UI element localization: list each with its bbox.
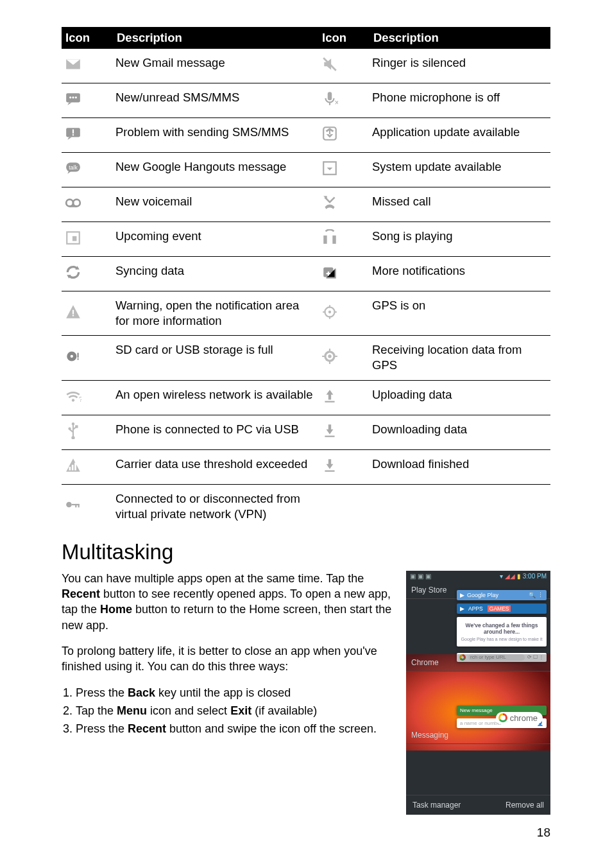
dlfin-icon [321,456,339,474]
page-number: 18 [537,826,550,840]
desc-left: Phone is connected to PC via USB [113,415,318,449]
missed-icon [321,194,339,212]
task-manager-button: Task manager [412,801,461,810]
talk-icon [64,159,82,177]
header-desc-2: Description [370,27,550,49]
desc-left: New Gmail message [113,49,318,83]
sdfull-icon [64,347,82,365]
gpsrx-icon [321,347,339,365]
desc-left: New/unread SMS/MMS [113,83,318,118]
desc-right: GPS is on [370,291,550,336]
desc-right: Downloading data [370,415,550,449]
multitasking-para-2: To prolong battery life, it is better to… [62,643,393,675]
header-icon-1: Icon [62,27,113,49]
remove-all-button: Remove all [506,801,544,810]
icon-description-table: Icon Description Icon Description New Gm… [62,27,550,528]
playstore-card-header: ▶Google Play🔍 ⋮ [457,590,547,600]
desc-right: Ringer is silenced [370,49,550,83]
desc-right: Missed call [370,187,550,222]
desc-right: Song is playing [370,222,550,257]
desc-left: New Google Hangouts message [113,153,318,187]
datathr-icon [64,456,82,474]
desc-left: Syncing data [113,257,318,291]
sysupd-icon [321,159,339,177]
desc-right: Application update available [370,118,550,153]
gpson-icon [321,303,339,321]
desc-left: An open wireless network is available [113,380,318,415]
multitasking-heading: Multitasking [62,540,550,564]
sync-icon [64,263,82,281]
micoff-icon [321,90,339,108]
smsprob-icon [64,125,82,143]
desc-right: Uploading data [370,380,550,415]
desc-right [370,484,550,528]
gmail-icon [64,55,82,73]
multitasking-para-1: You can have multiple apps open at the s… [62,571,393,633]
desc-left: Carrier data use threshold exceeded [113,449,318,484]
chrome-badge: chrome [496,712,543,724]
vpn-icon [64,496,82,514]
desc-left: Connected to or disconnected from virtua… [113,484,318,528]
recent-app-chrome: Chrome [406,654,550,672]
desc-left: Upcoming event [113,222,318,257]
playstore-card-banner: We've changed a few things around here..… [457,617,547,647]
wifi-icon [64,387,82,405]
phone-screenshot: ▣ ▣ ▣ ▾ ◢◢ ▮ 3:00 PM Play Store Chrome M… [406,571,550,815]
desc-right: System update available [370,153,550,187]
battery-icon: ▮ [517,573,521,580]
signal-icon: ◢◢ [505,573,515,580]
header-desc-1: Description [113,27,318,49]
more-icon [321,263,339,281]
download-icon [321,422,339,440]
desc-right: Phone microphone is off [370,83,550,118]
desc-right: Receiving location data from GPS [370,336,550,380]
appupd-icon [321,125,339,143]
header-icon-2: Icon [318,27,370,49]
vm-icon [64,194,82,212]
step-1: Press the Back key until the app is clos… [76,685,393,700]
desc-left: Problem with sending SMS/MMS [113,118,318,153]
event-icon [64,229,82,247]
desc-left: New voicemail [113,187,318,222]
sms-icon [64,90,82,108]
warn-icon [64,303,82,321]
desc-right: Download finished [370,449,550,484]
usb-icon [64,422,82,440]
status-left-icons: ▣ ▣ ▣ [410,573,431,580]
desc-left: SD card or USB storage is full [113,336,318,380]
recent-app-messaging: Messaging [406,727,550,744]
wifi-icon: ▾ [500,573,503,580]
song-icon [321,229,339,247]
step-2: Tap the Menu icon and select Exit (if av… [76,703,393,718]
desc-right: More notifications [370,257,550,291]
silenced-icon [321,55,339,73]
step-3: Press the Recent button and swipe the ic… [76,721,393,736]
desc-left: Warning, open the notification area for … [113,291,318,336]
upload-icon [321,387,339,405]
playstore-card-tabs: ▶APPS GAMES [457,603,547,614]
multitasking-steps: Press the Back key until the app is clos… [62,685,393,737]
status-time: 3:00 PM [523,573,547,580]
